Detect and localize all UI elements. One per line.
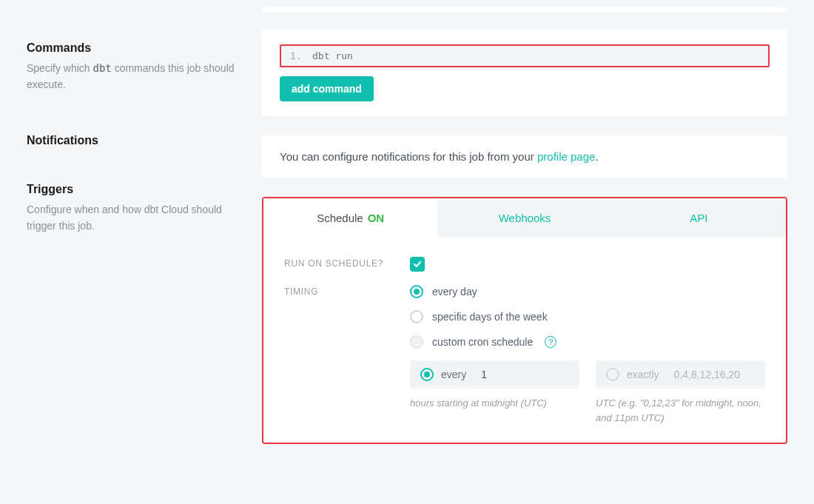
commands-desc: Specify which dbt commands this job shou…	[27, 61, 241, 93]
triggers-tabs: ScheduleON Webhooks API	[263, 198, 786, 238]
command-list-highlight: 1. dbt run	[280, 44, 770, 67]
check-icon	[413, 260, 422, 269]
notifications-heading: Notifications	[27, 134, 241, 147]
run-on-schedule-checkbox[interactable]	[410, 257, 425, 272]
interval-exactly-placeholder: 0,4,8,12,16,20	[674, 369, 741, 380]
profile-page-link[interactable]: profile page	[537, 150, 595, 163]
radio-icon	[410, 335, 423, 349]
interval-every-box[interactable]: every 1	[410, 360, 579, 389]
timing-label: Timing	[284, 285, 410, 425]
commands-heading: Commands	[27, 41, 241, 55]
triggers-desc: Configure when and how dbt Cloud should …	[27, 202, 241, 234]
command-row[interactable]: 1. dbt run	[281, 46, 768, 66]
triggers-card: ScheduleON Webhooks API Run on schedule?…	[262, 197, 787, 444]
interval-every-value[interactable]: 1	[481, 369, 487, 380]
commands-card: 1. dbt run add command	[262, 30, 787, 116]
interval-exactly-box[interactable]: exactly 0,4,8,12,16,20	[596, 360, 765, 389]
interval-exactly-hint: UTC (e.g. "0,12,23" for midnight, noon, …	[596, 396, 765, 425]
notifications-card: You can configure notifications for this…	[262, 135, 787, 178]
radio-icon	[420, 368, 434, 381]
tab-api[interactable]: API	[612, 198, 786, 238]
interval-every-hint: hours starting at midnight (UTC)	[410, 396, 579, 425]
tab-schedule[interactable]: ScheduleON	[263, 198, 437, 238]
radio-icon	[410, 310, 423, 323]
timing-option-custom-cron[interactable]: custom cron schedule ?	[410, 335, 765, 349]
notifications-text: You can configure notifications for this…	[280, 150, 770, 163]
timing-option-specific-days[interactable]: specific days of the week	[410, 310, 765, 323]
previous-card-bottom	[262, 7, 787, 12]
triggers-heading: Triggers	[27, 183, 241, 196]
help-icon[interactable]: ?	[545, 336, 556, 348]
timing-option-every-day[interactable]: every day	[410, 285, 765, 298]
add-command-button[interactable]: add command	[280, 76, 374, 101]
radio-icon	[410, 285, 423, 298]
run-on-schedule-label: Run on schedule?	[284, 257, 410, 272]
command-text: dbt run	[312, 50, 353, 61]
radio-icon	[606, 368, 619, 381]
command-index: 1.	[290, 50, 312, 61]
tab-webhooks[interactable]: Webhooks	[437, 198, 611, 238]
